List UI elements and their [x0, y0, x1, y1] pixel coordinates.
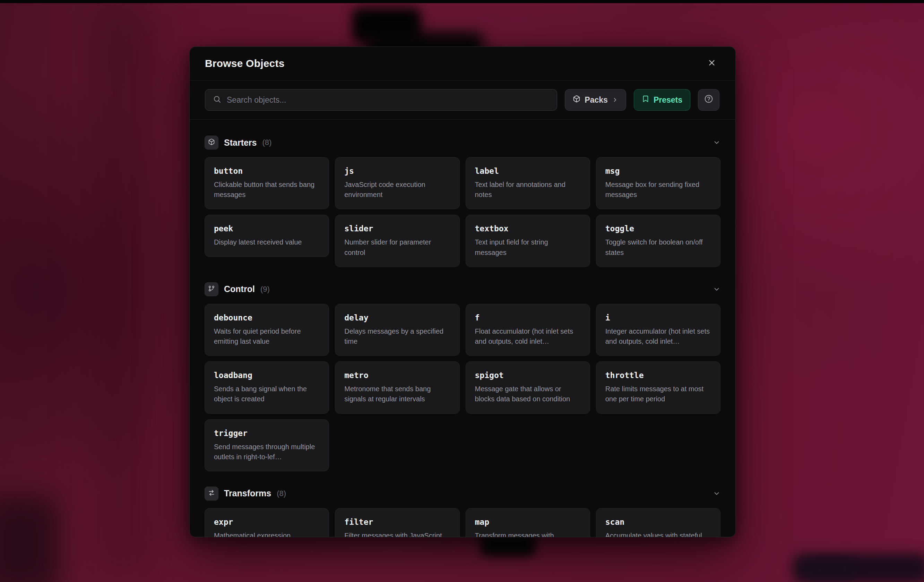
- top-black-bar: [0, 0, 924, 3]
- object-card[interactable]: js JavaScript code execution environment: [335, 157, 459, 209]
- object-card[interactable]: msg Message box for sending fixed messag…: [596, 157, 721, 209]
- browse-objects-modal: Browse Objects Packs P: [189, 46, 736, 537]
- object-description: Message box for sending fixed messages: [606, 180, 712, 200]
- object-description: Message gate that allows or blocks data …: [475, 384, 581, 404]
- section-title: Starters: [224, 138, 257, 148]
- object-card[interactable]: textbox Text input field for string mess…: [465, 215, 590, 267]
- help-button[interactable]: [698, 89, 719, 111]
- object-card[interactable]: expr Mathematical expression evaluator: [205, 508, 329, 537]
- object-description: Float accumulator (hot inlet sets and ou…: [475, 326, 581, 347]
- object-name: slider: [344, 224, 451, 233]
- package-icon: [573, 95, 581, 105]
- object-description: Waits for quiet period before emitting l…: [214, 326, 320, 347]
- object-card[interactable]: f Float accumulator (hot inlet sets and …: [465, 304, 590, 356]
- section-title: Control: [224, 284, 255, 294]
- object-name: textbox: [475, 224, 581, 233]
- object-card[interactable]: peek Display latest received value: [205, 215, 329, 257]
- section-header[interactable]: Transforms (8): [205, 487, 721, 501]
- object-description: Send messages through multiple outlets i…: [214, 442, 320, 462]
- object-name: loadbang: [214, 371, 320, 380]
- chevron-down-icon[interactable]: [713, 286, 721, 293]
- section-count: (8): [262, 138, 272, 147]
- object-card[interactable]: label Text label for annotations and not…: [465, 157, 590, 209]
- object-description: Text label for annotations and notes: [475, 180, 581, 200]
- object-description: Sends a bang signal when the object is c…: [214, 384, 320, 404]
- help-icon: [704, 94, 713, 106]
- object-card[interactable]: throttle Rate limits messages to at most…: [596, 361, 721, 413]
- object-description: Clickable button that sends bang message…: [214, 180, 320, 200]
- search-box[interactable]: [205, 89, 557, 111]
- section-count: (9): [261, 285, 270, 294]
- packs-button-label: Packs: [584, 95, 608, 105]
- cube-icon: [208, 138, 215, 147]
- chevron-right-icon: [612, 97, 618, 103]
- object-section: Starters (8) button Clickable button tha…: [205, 136, 721, 267]
- object-name: msg: [606, 167, 712, 175]
- object-description: Toggle switch for boolean on/off states: [606, 237, 712, 257]
- object-description: Filter messages with JavaScript conditio…: [344, 531, 451, 537]
- object-card[interactable]: filter Filter messages with JavaScript c…: [335, 508, 459, 537]
- search-icon: [213, 95, 221, 105]
- object-card[interactable]: scan Accumulate values with stateful acc…: [596, 508, 721, 537]
- page-title: Browse Objects: [205, 58, 285, 69]
- object-description: Transform messages with JavaScript expre…: [475, 531, 581, 537]
- object-description: Display latest received value: [214, 237, 320, 247]
- swap-icon: [208, 489, 215, 498]
- object-card[interactable]: delay Delays messages by a specified tim…: [335, 304, 459, 356]
- close-icon: [707, 58, 716, 69]
- object-name: label: [475, 167, 581, 175]
- section-header[interactable]: Control (9): [205, 282, 721, 296]
- modal-content: Starters (8) button Clickable button tha…: [190, 120, 735, 537]
- object-card[interactable]: button Clickable button that sends bang …: [205, 157, 329, 209]
- object-grid: debounce Waits for quiet period before e…: [205, 304, 721, 471]
- object-card[interactable]: metro Metronome that sends bang signals …: [335, 361, 459, 413]
- object-grid: button Clickable button that sends bang …: [205, 157, 721, 267]
- branch-icon: [208, 285, 215, 293]
- object-description: Text input field for string messages: [475, 237, 581, 257]
- object-name: trigger: [214, 429, 320, 438]
- object-card[interactable]: trigger Send messages through multiple o…: [205, 419, 329, 471]
- object-description: JavaScript code execution environment: [344, 180, 451, 200]
- object-name: delay: [344, 313, 451, 322]
- object-name: f: [475, 313, 581, 322]
- object-card[interactable]: toggle Toggle switch for boolean on/off …: [596, 215, 721, 267]
- object-card[interactable]: loadbang Sends a bang signal when the ob…: [205, 361, 329, 413]
- object-description: Rate limits messages to at most one per …: [606, 384, 712, 404]
- object-name: button: [214, 167, 320, 175]
- object-name: map: [475, 518, 581, 526]
- object-card[interactable]: debounce Waits for quiet period before e…: [205, 304, 329, 356]
- chevron-down-icon[interactable]: [713, 490, 721, 498]
- bookmark-icon: [642, 95, 649, 105]
- object-section: Control (9) debounce Waits for quiet per…: [205, 282, 721, 471]
- object-name: metro: [344, 371, 451, 380]
- object-card[interactable]: map Transform messages with JavaScript e…: [465, 508, 590, 537]
- object-name: throttle: [606, 371, 712, 380]
- object-description: Integer accumulator (hot inlet sets and …: [606, 326, 712, 347]
- object-card[interactable]: slider Number slider for parameter contr…: [335, 215, 459, 267]
- modal-toolbar: Packs Presets: [190, 81, 735, 120]
- object-description: Metronome that sends bang signals at reg…: [344, 384, 451, 404]
- object-name: debounce: [214, 313, 320, 322]
- object-name: js: [344, 167, 451, 175]
- object-card[interactable]: i Integer accumulator (hot inlet sets an…: [596, 304, 721, 356]
- object-name: peek: [214, 224, 320, 233]
- modal-header: Browse Objects: [190, 47, 735, 81]
- object-name: filter: [344, 518, 451, 526]
- object-description: Accumulate values with stateful accumula…: [606, 531, 712, 537]
- object-name: expr: [214, 518, 320, 526]
- object-card[interactable]: spigot Message gate that allows or block…: [465, 361, 590, 413]
- packs-button[interactable]: Packs: [565, 89, 626, 111]
- close-button[interactable]: [704, 56, 719, 71]
- object-grid: expr Mathematical expression evaluator f…: [205, 508, 721, 537]
- object-description: Delays messages by a specified time: [344, 326, 451, 347]
- section-title: Transforms: [224, 488, 271, 498]
- presets-button[interactable]: Presets: [634, 89, 690, 111]
- object-name: scan: [606, 518, 712, 526]
- object-section: Transforms (8) expr Mathematical express…: [205, 487, 721, 537]
- object-description: Number slider for parameter control: [344, 237, 451, 257]
- chevron-down-icon[interactable]: [713, 139, 721, 146]
- object-name: spigot: [475, 371, 581, 380]
- section-header[interactable]: Starters (8): [205, 136, 721, 149]
- object-name: i: [606, 313, 712, 322]
- search-input[interactable]: [227, 95, 549, 105]
